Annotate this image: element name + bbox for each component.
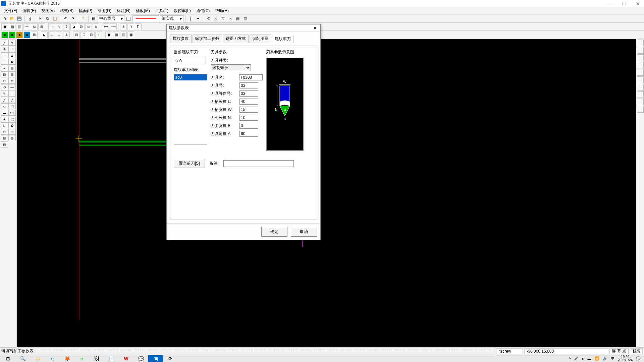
cnc-tool-icon[interactable]: ▤ [9, 23, 15, 30]
layer-combo[interactable]: 中心线层▾ [98, 15, 124, 22]
draw-tool-icon[interactable]: ⊡ [1, 71, 8, 77]
op-tool-icon[interactable]: ⊥ [56, 32, 62, 38]
tray-chevron-icon[interactable]: ^ [569, 357, 571, 361]
search-button[interactable]: 🔍 [15, 355, 30, 362]
draw-tool-icon[interactable]: ✎ [8, 40, 16, 46]
op-tool-icon[interactable]: ◣ [41, 32, 48, 38]
tool-icon[interactable]: ✦ [195, 15, 201, 22]
tab-cutting-amount[interactable]: 切削用量 [250, 35, 271, 43]
view-tool-icon[interactable] [637, 54, 644, 61]
draw-tool-icon[interactable]: ⊞ [8, 71, 16, 77]
tool-icon[interactable]: ╟ [187, 15, 194, 22]
taskbar-clock[interactable]: 19:29 2022/1/24 [618, 355, 633, 362]
draw-tool-icon[interactable]: ⊞ [8, 135, 16, 141]
tool-name-input[interactable] [239, 74, 263, 80]
draw-tool-icon[interactable]: ✂ [8, 78, 16, 84]
view-tool-icon[interactable] [637, 69, 644, 76]
wechat-icon[interactable]: 💬 [133, 355, 148, 362]
tray-notifications-icon[interactable]: 💬 [636, 356, 641, 361]
draw-tool-icon[interactable]: ⟷ [8, 110, 16, 116]
tray-ime[interactable]: 中 [611, 356, 614, 361]
linecolor-combo[interactable] [132, 15, 159, 22]
tab-approach-retract[interactable]: 进退刀方式 [223, 35, 249, 43]
set-current-tool-button[interactable]: 置当前刀[S] [174, 159, 205, 168]
cnc-tool-icon[interactable]: ⟿ [110, 23, 117, 30]
menu-draw[interactable]: 绘图(D) [95, 8, 114, 14]
caxa-icon[interactable]: ▣ [148, 355, 163, 362]
tab-thread-machining[interactable]: 螺纹加工参数 [193, 35, 222, 43]
draw-tool-icon[interactable]: ▭ [1, 103, 8, 109]
menu-file[interactable]: 文件(F) [1, 8, 20, 14]
tool-no-input[interactable] [239, 82, 258, 88]
menu-cnc[interactable]: 数控车(L) [171, 8, 194, 14]
menu-modify[interactable]: 修改(M) [133, 8, 153, 14]
tray-mic-icon[interactable]: 🎤 [574, 356, 579, 361]
print-icon[interactable]: 🖨 [26, 15, 33, 22]
open-icon[interactable]: 📂 [9, 15, 15, 22]
ok-button[interactable]: 确定 [261, 227, 287, 237]
app-icon[interactable]: 🖼 [89, 355, 104, 362]
draw-tool-icon[interactable]: ○ [1, 52, 8, 58]
view-tool-icon[interactable] [637, 40, 644, 46]
view-tool-icon[interactable] [637, 91, 644, 98]
draw-tool-icon[interactable]: ✂ [1, 78, 8, 84]
firefox-icon[interactable]: 🦊 [60, 355, 74, 362]
tool-icon[interactable]: ▽ [220, 15, 226, 22]
menu-view[interactable]: 视图(V) [39, 8, 57, 14]
view-tool-icon[interactable] [637, 84, 644, 90]
cnc-tool-icon[interactable]: ▥ [16, 23, 23, 30]
cnc-tool-icon[interactable]: ⤴ [63, 23, 70, 30]
cnc-tool-icon[interactable]: ⟷ [103, 23, 109, 30]
op-tool-icon[interactable]: ▤ [113, 32, 119, 38]
cnc-tool-icon[interactable]: ◢ [70, 23, 77, 30]
handle-wid-input[interactable] [239, 107, 258, 113]
op-tool-icon[interactable]: ⊡ [80, 32, 87, 38]
list-item[interactable]: sc0 [174, 74, 207, 80]
draw-tool-icon[interactable]: ⬚ [8, 103, 16, 109]
handle-len-input[interactable] [239, 99, 258, 105]
draw-tool-icon[interactable]: ⌒ [1, 59, 8, 65]
cnc-tool-icon[interactable]: ▣ [1, 23, 8, 30]
tray-wifi-icon[interactable]: 📶 [595, 356, 599, 361]
cnc-tool-icon[interactable]: ▭ [85, 23, 92, 30]
draw-tool-icon[interactable]: ⊞ [8, 129, 16, 135]
cnc-tool-icon[interactable]: ∿ [56, 23, 62, 30]
cancel-button[interactable]: 取消 [291, 227, 317, 237]
cnc-tool-icon[interactable]: ⊕ [93, 23, 99, 30]
cnc-tool-icon[interactable]: ↔ [48, 23, 55, 30]
draw-tool-icon[interactable]: ✿ [8, 59, 16, 65]
op-tool-icon[interactable]: ■ [9, 32, 15, 38]
tool-listbox[interactable]: sc0 [174, 74, 207, 144]
linetype-combo[interactable]: 细实线▾ [160, 15, 183, 22]
op-tool-icon[interactable]: ⊞ [31, 32, 38, 38]
op-tool-icon[interactable]: ▦ [127, 32, 134, 38]
status-smart[interactable]: 智能 [630, 348, 643, 354]
draw-tool-icon[interactable]: ✂ [1, 129, 8, 135]
draw-tool-icon[interactable]: ✢ [1, 46, 8, 52]
tray-battery-icon[interactable]: ▬ [588, 357, 591, 361]
op-tool-icon[interactable]: ✓ [95, 32, 102, 38]
tool-icon[interactable]: ⟲ [205, 15, 212, 22]
wps-icon[interactable]: W [119, 355, 133, 362]
tool-icon[interactable]: ▥ [242, 15, 249, 22]
browser-icon[interactable]: e [74, 355, 89, 362]
save-icon[interactable]: 💾 [16, 15, 23, 22]
op-tool-icon[interactable]: ⊥ [63, 32, 70, 38]
redo-icon[interactable]: ↷ [69, 15, 76, 22]
draw-tool-icon[interactable]: □ [1, 122, 8, 128]
op-tool-icon[interactable]: ■ [16, 32, 23, 38]
draw-tool-icon[interactable]: ╱ [8, 97, 16, 103]
draw-tool-icon[interactable]: ⊡ [1, 135, 8, 141]
draw-tool-icon[interactable]: ▬ [1, 110, 8, 116]
remark-input[interactable] [223, 160, 294, 167]
layer-icon[interactable]: ▤ [90, 15, 97, 22]
menu-annotate[interactable]: 标注(N) [114, 8, 133, 14]
draw-tool-icon[interactable]: — [8, 84, 16, 90]
view-tool-icon[interactable] [637, 47, 644, 54]
app-icon[interactable]: 📄 [104, 355, 119, 362]
cnc-tool-icon[interactable]: ⧉ [31, 23, 38, 30]
maximize-button[interactable]: ☐ [622, 1, 627, 6]
draw-tool-icon[interactable]: ▲ [8, 52, 16, 58]
tray-volume-icon[interactable]: 🔊 [603, 356, 607, 361]
op-tool-icon[interactable]: ■ [1, 32, 8, 38]
